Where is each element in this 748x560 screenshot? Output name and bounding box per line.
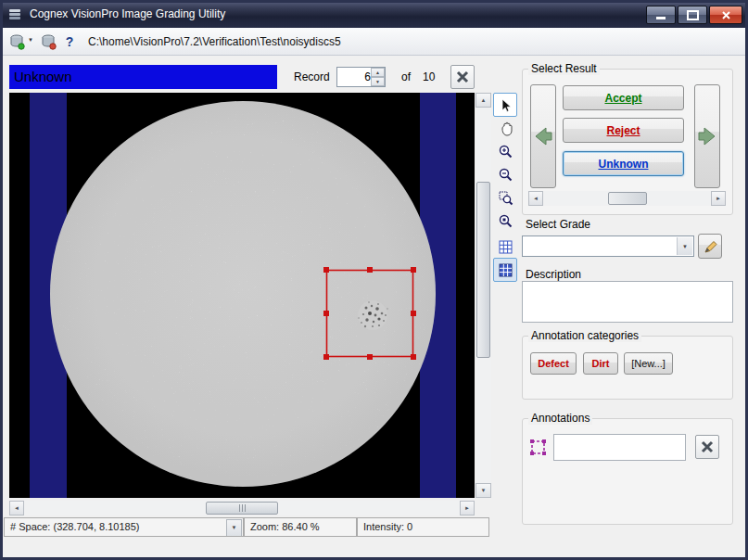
reject-button[interactable]: Reject — [563, 118, 684, 143]
accept-button[interactable]: Accept — [563, 85, 684, 110]
image-canvas[interactable] — [9, 93, 475, 498]
help-icon: ? — [66, 34, 74, 49]
open-record-dropdown-caret[interactable]: ▼ — [28, 37, 33, 43]
zoom-fit-tool-button[interactable] — [493, 209, 517, 233]
zoom-window-icon — [498, 190, 513, 206]
save-record-button[interactable] — [39, 32, 57, 51]
edit-grades-button[interactable] — [698, 234, 722, 259]
grid-tool-button[interactable] — [493, 235, 517, 259]
record-slider[interactable]: ◄ ► — [528, 191, 726, 206]
grade-combobox-value — [523, 239, 526, 252]
annotations-group: Annotations — [522, 418, 733, 525]
minimize-icon — [656, 17, 666, 19]
minimize-button[interactable] — [646, 6, 676, 24]
help-button[interactable]: ? — [61, 32, 78, 51]
category-dirt-button[interactable]: Dirt — [583, 352, 618, 375]
thumb-grip — [245, 504, 246, 512]
open-record-button[interactable] — [7, 32, 26, 51]
right-arrow-icon: ► — [716, 196, 721, 201]
zoom-out-tool-button[interactable] — [493, 162, 517, 186]
select-result-group: Select Result Accept Reject Unknown ◄ ► — [522, 69, 733, 215]
record-spin-up-button[interactable]: ▲ — [371, 68, 385, 77]
zoom-window-tool-button[interactable] — [493, 185, 517, 210]
annotation-categories-label: Annotation categories — [528, 329, 641, 342]
select-result-label: Select Result — [528, 62, 600, 75]
grade-dropdown-button[interactable]: ▼ — [677, 237, 692, 255]
zoom-in-tool-button[interactable] — [493, 139, 517, 163]
status-zoom-panel: Zoom: 86.40 % — [244, 517, 357, 537]
file-path-text: C:\home\VisionPro\7.2\Verification\Test\… — [88, 28, 341, 56]
maximize-icon — [687, 10, 699, 20]
grid-icon — [499, 240, 513, 254]
slider-thumb[interactable] — [608, 192, 647, 205]
status-space-panel: # Space: (328.704, 8.10185) ▼ — [4, 517, 244, 537]
accept-button-label: Accept — [604, 92, 641, 105]
status-intensity-panel: Intensity: 0 — [357, 517, 489, 537]
left-arrow-icon: ◄ — [14, 505, 19, 511]
scroll-up-button[interactable]: ▲ — [475, 93, 491, 108]
category-defect-button[interactable]: Defect — [530, 352, 577, 375]
image-horizontal-scrollbar[interactable]: ◄ ► — [9, 501, 475, 515]
select-grade-label: Select Grade — [526, 218, 590, 231]
record-spinner: ▲ ▼ — [336, 67, 386, 87]
prev-arrow-icon — [532, 125, 554, 147]
scroll-right-button[interactable]: ► — [460, 501, 475, 515]
category-defect-label: Defect — [538, 358, 569, 369]
result-banner: Unknown — [9, 65, 277, 89]
record-spinner-input[interactable] — [337, 68, 373, 86]
next-arrow-icon — [696, 125, 718, 147]
close-button[interactable] — [709, 6, 742, 24]
pointer-icon — [498, 97, 513, 113]
x-icon — [700, 439, 715, 454]
dropdown-icon: ▼ — [232, 519, 237, 537]
scroll-down-button[interactable]: ▼ — [475, 483, 491, 498]
spin-down-icon: ▼ — [375, 79, 380, 84]
record-close-button[interactable] — [450, 65, 475, 89]
left-arrow-icon: ◄ — [533, 196, 539, 201]
record-spin-down-button[interactable]: ▼ — [371, 77, 385, 86]
maximize-button[interactable] — [678, 6, 707, 24]
annotation-roi-icon — [528, 435, 549, 461]
pixel-grid-tool-button[interactable] — [493, 258, 517, 282]
image-vertical-scrollbar[interactable]: ▲ ▼ — [475, 93, 491, 498]
annotation-delete-button[interactable] — [695, 435, 719, 459]
previous-record-button[interactable] — [530, 84, 556, 188]
slider-right-button[interactable]: ► — [711, 191, 726, 206]
annotations-label: Annotations — [528, 412, 592, 425]
up-arrow-icon: ▲ — [481, 97, 487, 103]
pan-tool-button[interactable] — [493, 116, 517, 140]
image-viewport[interactable] — [9, 93, 475, 498]
record-label: Record — [294, 65, 330, 89]
intensity-value: Intensity: 0 — [363, 521, 412, 532]
app-window: Cognex VisionPro Image Grading Utility ▼… — [0, 0, 748, 560]
description-input[interactable] — [522, 281, 733, 323]
viewer-toolstrip — [493, 93, 517, 380]
next-record-button[interactable] — [694, 84, 720, 188]
annotation-categories-group: Annotation categories Defect Dirt [New..… — [522, 336, 733, 400]
space-selector-dropdown[interactable]: ▼ — [226, 519, 242, 537]
category-new-button[interactable]: [New...] — [624, 352, 673, 375]
window-title: Cognex VisionPro Image Grading Utility — [30, 7, 225, 20]
pointer-tool-button[interactable] — [493, 93, 517, 117]
grade-combobox[interactable]: ▼ — [522, 235, 694, 257]
spin-up-icon: ▲ — [375, 70, 380, 75]
scroll-left-button[interactable]: ◄ — [9, 501, 24, 515]
horizontal-scroll-thumb[interactable] — [206, 502, 278, 515]
right-arrow-icon: ► — [464, 505, 470, 511]
vertical-scroll-thumb[interactable] — [476, 182, 490, 358]
reject-button-label: Reject — [606, 124, 640, 137]
record-total: 10 — [423, 65, 435, 89]
app-icon — [7, 6, 22, 21]
record-stack-icon — [8, 33, 25, 50]
description-label: Description — [526, 268, 581, 281]
title-bar[interactable]: Cognex VisionPro Image Grading Utility — [0, 0, 748, 28]
annotation-text-input[interactable] — [553, 434, 686, 461]
dropdown-icon: ▼ — [682, 244, 688, 249]
thumb-grip — [242, 504, 243, 512]
down-arrow-icon: ▼ — [481, 488, 487, 493]
unknown-button[interactable]: Unknown — [563, 151, 684, 176]
pencil-icon — [702, 238, 718, 255]
category-new-label: [New...] — [631, 358, 666, 369]
category-dirt-label: Dirt — [592, 358, 610, 369]
slider-left-button[interactable]: ◄ — [528, 191, 543, 206]
